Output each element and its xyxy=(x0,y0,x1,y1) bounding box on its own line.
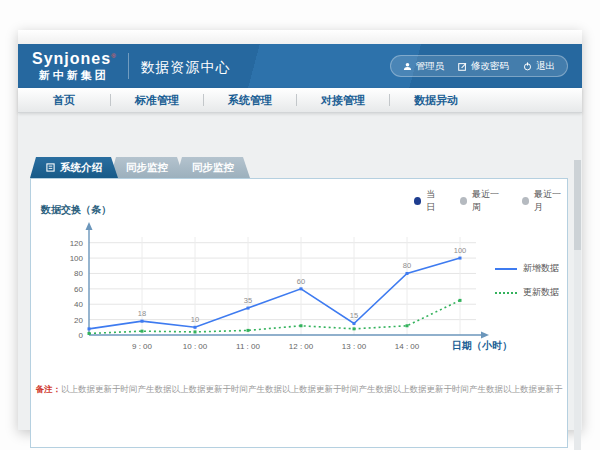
nav-item-home[interactable]: 首页 xyxy=(18,93,110,108)
chart-panel: 当日 最近一周 最近一月 数据交换（条） 0204060801001209 : … xyxy=(30,178,568,448)
content-area: 系统介绍 同步监控 同步监控 当日 最近一周 xyxy=(18,114,582,430)
tab-system-intro[interactable]: 系统介绍 xyxy=(30,157,118,178)
line-chart: 0204060801001209 : 0010 : 0011 : 0012 : … xyxy=(49,217,499,367)
legend-line-solid xyxy=(495,268,517,270)
nav-item-standard-mgmt[interactable]: 标准管理 xyxy=(111,93,203,108)
tab-label: 同步监控 xyxy=(126,161,168,175)
admin-user-button[interactable]: 管理员 xyxy=(403,60,445,73)
svg-text:60: 60 xyxy=(297,277,305,286)
app-window: Synjones® 新中新集团 数据资源中心 管理员 修改密码 xyxy=(18,30,582,430)
app-header: Synjones® 新中新集团 数据资源中心 管理员 修改密码 xyxy=(18,44,582,88)
svg-text:0: 0 xyxy=(79,331,84,340)
legend-item-new-data: 新增数据 xyxy=(495,262,559,275)
radio-label: 当日 xyxy=(426,188,442,214)
change-password-label: 修改密码 xyxy=(471,60,509,73)
svg-text:100: 100 xyxy=(70,254,84,263)
svg-text:60: 60 xyxy=(74,285,83,294)
tab-sync-monitor-2[interactable]: 同步监控 xyxy=(176,157,250,178)
window-top-strip xyxy=(18,30,582,44)
tab-bar: 系统介绍 同步监控 同步监控 xyxy=(30,157,242,178)
tab-label: 同步监控 xyxy=(192,161,234,175)
logout-button[interactable]: 退出 xyxy=(523,60,555,73)
footnote: 备注：以上数据更新于时间产生数据以上数据更新于时间产生数据以上数据更新于时间产生… xyxy=(31,384,567,396)
admin-user-label: 管理员 xyxy=(416,60,445,73)
legend-label: 新增数据 xyxy=(523,262,559,275)
change-password-button[interactable]: 修改密码 xyxy=(458,60,509,73)
radio-last-month[interactable]: 最近一月 xyxy=(522,188,567,214)
svg-text:120: 120 xyxy=(70,239,84,248)
power-icon xyxy=(523,62,532,71)
logout-label: 退出 xyxy=(536,60,555,73)
main-nav: 首页 标准管理 系统管理 对接管理 数据异动 xyxy=(18,88,582,113)
nav-item-system-mgmt[interactable]: 系统管理 xyxy=(204,93,296,108)
scrollbar-thumb[interactable] xyxy=(574,160,581,250)
vertical-scrollbar[interactable] xyxy=(574,160,581,450)
page-title: 数据资源中心 xyxy=(141,55,231,77)
footnote-text: 以上数据更新于时间产生数据以上数据更新于时间产生数据以上数据更新于时间产生数据以… xyxy=(61,384,563,394)
user-icon xyxy=(403,62,412,71)
radio-dot xyxy=(460,197,467,205)
svg-text:15: 15 xyxy=(350,311,358,320)
svg-text:9 : 00: 9 : 00 xyxy=(132,342,153,351)
radio-last-week[interactable]: 最近一周 xyxy=(460,188,505,214)
nav-item-interface-mgmt[interactable]: 对接管理 xyxy=(297,93,389,108)
radio-today[interactable]: 当日 xyxy=(414,188,443,214)
radio-label: 最近一周 xyxy=(472,188,505,214)
svg-text:13 : 00: 13 : 00 xyxy=(342,342,367,351)
tab-sync-monitor-1[interactable]: 同步监控 xyxy=(110,157,184,178)
chart-legend: 新增数据 更新数据 xyxy=(495,262,559,310)
svg-text:80: 80 xyxy=(403,261,411,270)
document-icon xyxy=(46,162,55,174)
chart-svg: 0204060801001209 : 0010 : 0011 : 0012 : … xyxy=(49,217,499,367)
svg-text:11 : 00: 11 : 00 xyxy=(236,342,260,351)
svg-text:12 : 00: 12 : 00 xyxy=(289,342,314,351)
nav-item-data-change[interactable]: 数据异动 xyxy=(390,93,482,108)
svg-text:10 : 00: 10 : 00 xyxy=(183,342,208,351)
logo-cn-text: 新中新集团 xyxy=(32,70,116,81)
radio-dot xyxy=(414,197,421,205)
svg-text:100: 100 xyxy=(454,246,467,255)
svg-text:20: 20 xyxy=(74,316,83,325)
svg-text:14 : 00: 14 : 00 xyxy=(395,342,420,351)
svg-text:40: 40 xyxy=(74,300,83,309)
tab-label: 系统介绍 xyxy=(60,161,102,175)
y-axis-title: 数据交换（条） xyxy=(41,203,111,217)
footnote-prefix: 备注： xyxy=(36,384,62,394)
svg-text:18: 18 xyxy=(138,309,146,318)
header-divider xyxy=(128,53,129,79)
radio-dot xyxy=(522,197,529,205)
legend-line-dotted xyxy=(495,292,517,294)
logo-text: Synjones xyxy=(32,50,111,67)
radio-label: 最近一月 xyxy=(534,188,567,214)
svg-text:10: 10 xyxy=(191,315,199,324)
x-axis-title: 日期（小时） xyxy=(452,339,512,353)
time-range-filter: 当日 最近一周 最近一月 xyxy=(414,188,567,214)
registered-mark: ® xyxy=(111,53,115,59)
legend-label: 更新数据 xyxy=(523,286,559,299)
svg-text:80: 80 xyxy=(74,269,83,278)
edit-icon xyxy=(458,62,467,71)
svg-text:35: 35 xyxy=(244,296,252,305)
legend-item-updated-data: 更新数据 xyxy=(495,286,559,299)
header-actions: 管理员 修改密码 退出 xyxy=(390,55,569,77)
logo: Synjones® 新中新集团 xyxy=(32,51,116,81)
